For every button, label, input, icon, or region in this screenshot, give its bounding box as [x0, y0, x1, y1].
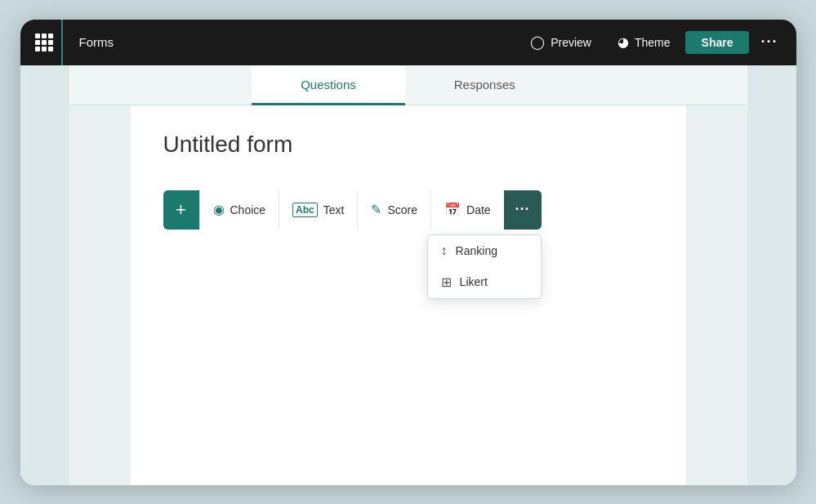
tab-responses[interactable]: Responses	[405, 66, 564, 105]
left-side-panel	[20, 65, 69, 485]
app-name: Forms	[61, 20, 131, 65]
dropdown-menu: ↕ Ranking ⊞ Likert	[427, 234, 542, 299]
right-side-panel	[747, 65, 796, 485]
choice-icon: ◉	[213, 202, 225, 217]
preview-button[interactable]: ◯ Preview	[519, 31, 603, 54]
nav-more-button[interactable]: ···	[752, 29, 786, 56]
date-label: Date	[466, 203, 491, 216]
choice-label: Choice	[230, 203, 266, 216]
main-content: Questions Responses Untitled form + ◉ Ch…	[20, 65, 796, 485]
likert-label: Likert	[460, 275, 488, 288]
share-button[interactable]: Share	[685, 31, 750, 54]
nav-actions: ◯ Preview ◕ Theme Share ···	[519, 29, 786, 56]
center-panel: Questions Responses Untitled form + ◉ Ch…	[69, 65, 747, 485]
theme-label: Theme	[635, 36, 671, 49]
score-icon: ✎	[371, 202, 381, 217]
dropdown-likert-item[interactable]: ⊞ Likert	[428, 266, 541, 298]
device-frame: Forms ◯ Preview ◕ Theme Share ··· Questi…	[20, 20, 796, 485]
theme-button[interactable]: ◕ Theme	[606, 31, 682, 54]
preview-label: Preview	[551, 36, 591, 49]
form-title: Untitled form	[163, 132, 653, 158]
question-toolbar: + ◉ Choice Abc Text ✎ Score 📅	[163, 190, 542, 230]
preview-icon: ◯	[530, 36, 545, 49]
toolbar-choice-button[interactable]: ◉ Choice	[199, 190, 279, 230]
theme-icon: ◕	[618, 36, 629, 49]
score-label: Score	[387, 203, 417, 216]
text-label: Text	[323, 203, 345, 216]
dropdown-ranking-item[interactable]: ↕ Ranking	[428, 235, 541, 266]
add-question-button[interactable]: +	[163, 190, 199, 230]
likert-icon: ⊞	[441, 274, 452, 290]
form-area: Untitled form + ◉ Choice Abc Text ✎ Scor…	[131, 105, 686, 485]
tabs-bar: Questions Responses	[69, 65, 747, 105]
app-grid-icon[interactable]	[30, 29, 58, 56]
date-icon: 📅	[444, 202, 461, 217]
top-nav: Forms ◯ Preview ◕ Theme Share ···	[20, 20, 796, 65]
ranking-icon: ↕	[441, 243, 448, 258]
text-icon: Abc	[292, 203, 318, 217]
toolbar-score-button[interactable]: ✎ Score	[357, 190, 430, 230]
toolbar-date-button[interactable]: 📅 Date	[430, 190, 504, 230]
toolbar-text-button[interactable]: Abc Text	[279, 190, 357, 230]
ranking-label: Ranking	[456, 244, 497, 257]
toolbar-more-button[interactable]: ···	[504, 190, 542, 230]
tab-questions[interactable]: Questions	[252, 66, 405, 105]
